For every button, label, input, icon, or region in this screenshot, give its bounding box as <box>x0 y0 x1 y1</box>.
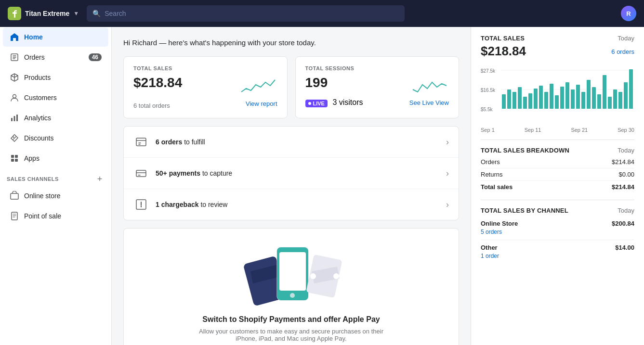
total-sessions-chart <box>410 75 449 94</box>
total-sales-card: TOTAL SALES $218.84 6 total orders View … <box>123 56 288 118</box>
breakdown-total-value: $214.84 <box>612 183 634 191</box>
sidebar-apps-label: Apps <box>24 154 39 162</box>
by-channel-today: Today <box>618 207 634 214</box>
live-dot <box>308 102 311 105</box>
live-badge: LIVE <box>305 100 328 107</box>
chart-x-sep30: Sep 30 <box>618 127 634 133</box>
svg-rect-40 <box>555 95 559 109</box>
svg-rect-8 <box>15 155 18 158</box>
breakdown-returns-value: $0.00 <box>618 171 634 178</box>
products-icon <box>10 73 19 82</box>
analytics-icon <box>10 113 19 123</box>
promo-card: Switch to Shopify Payments and offer App… <box>123 228 459 345</box>
avatar[interactable]: R <box>621 6 636 21</box>
chevron-right-icon-fulfill: › <box>446 137 449 147</box>
breakdown-total-row: Total sales $214.84 <box>481 181 634 193</box>
panel-total-sales-today: Today <box>618 35 634 42</box>
action-payments-text: 50+ payments to capture <box>156 169 439 177</box>
action-chargeback-bold: 1 chargeback <box>156 201 199 208</box>
promo-desc: Allow your customers to make easy and se… <box>195 328 388 342</box>
action-fulfill-text: 6 orders to fulfill <box>156 138 439 146</box>
greeting: Hi Richard — here's what's happening wit… <box>123 38 459 47</box>
sidebar-discounts-label: Discounts <box>24 134 53 142</box>
panel-total-sales-title: TOTAL SALES <box>481 35 525 42</box>
main-content: Hi Richard — here's what's happening wit… <box>112 27 471 345</box>
online-store-label: Online store <box>24 192 60 200</box>
svg-rect-41 <box>560 87 564 109</box>
total-sales-inner: $218.84 <box>133 75 277 94</box>
action-chargeback-text: 1 chargeback to review <box>156 201 439 208</box>
search-bar[interactable]: 🔍 <box>87 5 405 22</box>
promo-title: Switch to Shopify Payments and offer App… <box>133 315 449 324</box>
sidebar-item-customers[interactable]: Customers <box>3 88 108 107</box>
panel-total-sales-header: TOTAL SALES Today <box>481 35 634 42</box>
sidebar-item-home[interactable]: Home <box>3 27 108 47</box>
sidebar-home-label: Home <box>24 33 43 41</box>
svg-rect-11 <box>11 193 18 199</box>
channel-online-store-orders: 5 orders <box>481 229 502 235</box>
svg-rect-9 <box>11 159 14 162</box>
sidebar-products-label: Products <box>24 74 51 81</box>
divider-1 <box>481 140 634 140</box>
svg-rect-39 <box>550 84 553 109</box>
channel-other-name: Other <box>481 244 498 251</box>
sidebar-item-analytics[interactable]: Analytics <box>3 108 108 128</box>
total-sales-chart <box>239 75 277 94</box>
sidebar-orders-label: Orders <box>24 53 45 61</box>
svg-rect-32 <box>513 92 516 109</box>
sidebar-item-discounts[interactable]: Discounts <box>3 128 108 148</box>
search-icon: 🔍 <box>92 10 101 17</box>
sales-chart-container: $27.5k $16.5k $5.5k <box>481 65 634 133</box>
action-chargeback[interactable]: 1 chargeback to review › <box>124 189 459 220</box>
action-fulfill-rest: to fulfill <box>182 138 205 146</box>
sidebar-item-apps[interactable]: Apps <box>3 149 108 168</box>
svg-rect-10 <box>15 159 18 162</box>
chart-x-axis: Sep 1 Sep 11 Sep 21 Sep 30 <box>481 127 634 133</box>
action-payments-bold: 50+ payments <box>156 169 200 177</box>
channel-online-store-name: Online Store <box>481 220 518 227</box>
total-sales-label: TOTAL SALES <box>133 65 277 71</box>
svg-rect-50 <box>608 97 612 109</box>
svg-rect-37 <box>539 86 543 109</box>
breakdown-title: TOTAL SALES BREAKDOWN <box>481 147 569 154</box>
action-payments[interactable]: 50+ payments to capture › <box>124 158 459 189</box>
svg-rect-12 <box>12 212 17 220</box>
see-live-view-link[interactable]: See Live View <box>409 99 449 106</box>
sidebar-item-online-store[interactable]: Online store <box>3 186 108 205</box>
svg-rect-35 <box>528 93 532 109</box>
svg-rect-52 <box>618 92 622 109</box>
by-channel-title: TOTAL SALES BY CHANNEL <box>481 207 568 214</box>
live-label: LIVE <box>313 101 325 106</box>
chart-x-sep11: Sep 11 <box>525 127 541 133</box>
sidebar-customers-label: Customers <box>24 94 57 102</box>
topbar-right: R <box>621 6 636 21</box>
breakdown-returns-label: Returns <box>481 171 503 178</box>
breakdown-orders-label: Orders <box>481 158 500 166</box>
by-channel-section: TOTAL SALES BY CHANNEL Today Online Stor… <box>481 207 634 264</box>
panel-orders-count: 6 orders <box>611 48 634 55</box>
sidebar-item-orders[interactable]: Orders 46 <box>3 48 108 67</box>
total-sessions-label: TOTAL SESSIONS <box>305 65 449 71</box>
channel-other-orders: 1 order <box>481 253 499 259</box>
orders-icon <box>10 52 19 62</box>
add-channel-button[interactable]: + <box>95 174 105 184</box>
svg-rect-44 <box>576 85 580 109</box>
view-report-link[interactable]: View report <box>246 100 277 107</box>
svg-text:$27.5k: $27.5k <box>481 68 496 74</box>
svg-rect-4 <box>14 116 15 121</box>
sidebar-item-products[interactable]: Products <box>3 68 108 87</box>
sidebar-item-point-of-sale[interactable]: Point of sale <box>3 206 108 226</box>
svg-rect-3 <box>11 118 13 121</box>
chargeback-icon <box>133 197 149 212</box>
action-fulfill[interactable]: 6 orders to fulfill › <box>124 127 459 158</box>
by-channel-header: TOTAL SALES BY CHANNEL Today <box>481 207 634 214</box>
svg-point-2 <box>13 95 16 98</box>
svg-rect-33 <box>518 87 522 109</box>
customers-icon <box>10 93 19 102</box>
total-sessions-inner: 199 <box>305 75 449 94</box>
breakdown-today: Today <box>618 147 634 154</box>
breakdown-total-label: Total sales <box>481 183 513 191</box>
store-logo[interactable]: Titan Extreme ▼ <box>8 7 79 20</box>
breakdown-orders-value: $214.84 <box>612 158 634 166</box>
search-input[interactable] <box>105 10 399 17</box>
